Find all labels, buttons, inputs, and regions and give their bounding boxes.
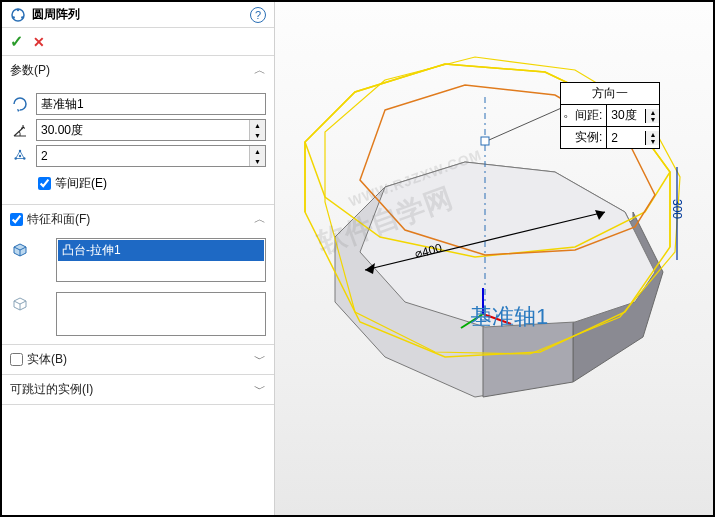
instances-field[interactable] bbox=[37, 146, 249, 166]
instances-input[interactable]: ▲▼ bbox=[36, 145, 266, 167]
skippable-title: 可跳过的实例(I) bbox=[10, 381, 254, 398]
cancel-button[interactable]: ✕ bbox=[33, 34, 45, 50]
svg-point-5 bbox=[19, 155, 21, 157]
svg-rect-20 bbox=[481, 137, 489, 145]
parameters-section: 参数(P) ︿ 基准轴1 A ▲▼ bbox=[2, 56, 274, 205]
feature-icon bbox=[10, 240, 30, 260]
feature-item[interactable]: 凸台-拉伸1 bbox=[58, 240, 264, 261]
features-list-row: 凸台-拉伸1 bbox=[10, 238, 266, 282]
svg-point-2 bbox=[21, 16, 23, 18]
angle-spinner[interactable]: ▲▼ bbox=[249, 120, 265, 140]
face-icon bbox=[10, 294, 30, 314]
features-checkbox[interactable] bbox=[10, 213, 23, 226]
features-title: 特征和面(F) bbox=[27, 211, 254, 228]
callout-instances-value[interactable]: 2 bbox=[607, 129, 645, 147]
equal-spacing-label: 等间距(E) bbox=[55, 175, 107, 192]
angle-field[interactable] bbox=[37, 120, 249, 140]
circular-pattern-icon bbox=[10, 7, 26, 23]
instances-icon bbox=[10, 146, 30, 166]
axis-selector[interactable]: 基准轴1 bbox=[36, 93, 266, 115]
parameters-title: 参数(P) bbox=[10, 62, 254, 79]
callout-spacing-spinner[interactable]: ▲▼ bbox=[645, 109, 659, 123]
bodies-section: 实体(B) ﹀ bbox=[2, 345, 274, 375]
ok-button[interactable]: ✓ bbox=[10, 32, 23, 51]
svg-point-1 bbox=[17, 8, 19, 10]
chevron-up-icon: ︿ bbox=[254, 62, 266, 79]
model-preview bbox=[275, 2, 713, 515]
svg-point-3 bbox=[13, 16, 15, 18]
angle-row: A ▲▼ bbox=[10, 119, 266, 141]
instances-spinner[interactable]: ▲▼ bbox=[249, 146, 265, 166]
callout-spacing-label: 间距: bbox=[571, 105, 607, 126]
panel-header: 圆周阵列 ? bbox=[2, 2, 274, 28]
side-dimension: 300 bbox=[670, 199, 684, 219]
angle-icon: A bbox=[10, 120, 30, 140]
axis-icon bbox=[10, 94, 30, 114]
action-row: ✓ ✕ bbox=[2, 28, 274, 56]
bodies-header[interactable]: 实体(B) ﹀ bbox=[2, 345, 274, 374]
chevron-down-icon: ﹀ bbox=[254, 351, 266, 368]
svg-text:A: A bbox=[21, 124, 25, 130]
axis-value: 基准轴1 bbox=[37, 94, 265, 114]
handle-dot-icon[interactable]: ◦ bbox=[561, 109, 571, 123]
parameters-header[interactable]: 参数(P) ︿ bbox=[2, 56, 274, 85]
callout-title: 方向一 bbox=[561, 83, 659, 105]
features-header[interactable]: 特征和面(F) ︿ bbox=[2, 205, 274, 234]
help-button[interactable]: ? bbox=[250, 7, 266, 23]
features-section: 特征和面(F) ︿ 凸台-拉伸1 bbox=[2, 205, 274, 345]
property-panel: 圆周阵列 ? ✓ ✕ 参数(P) ︿ 基准轴1 A bbox=[2, 2, 275, 515]
chevron-down-icon: ﹀ bbox=[254, 381, 266, 398]
equal-spacing-checkbox[interactable] bbox=[38, 177, 51, 190]
faces-list[interactable] bbox=[56, 292, 266, 336]
panel-title: 圆周阵列 bbox=[32, 6, 250, 23]
instances-row: ▲▼ bbox=[10, 145, 266, 167]
skippable-section: 可跳过的实例(I) ﹀ bbox=[2, 375, 274, 405]
equal-spacing-row: 等间距(E) bbox=[38, 171, 266, 196]
callout-spacing-row: ◦ 间距: 30度 ▲▼ bbox=[561, 105, 659, 127]
direction-callout[interactable]: 方向一 ◦ 间距: 30度 ▲▼ 实例: 2 ▲▼ bbox=[560, 82, 660, 149]
axis-label-overlay: 基准轴1 bbox=[470, 302, 548, 332]
faces-list-row bbox=[10, 292, 266, 336]
bodies-title: 实体(B) bbox=[27, 351, 254, 368]
callout-instances-label: 实例: bbox=[571, 127, 607, 148]
angle-input[interactable]: ▲▼ bbox=[36, 119, 266, 141]
viewport[interactable]: ⌀400 300 基准轴1 软件自学网 WWW.RJZXW.COM 方向一 ◦ … bbox=[275, 2, 713, 515]
bodies-checkbox[interactable] bbox=[10, 353, 23, 366]
skippable-header[interactable]: 可跳过的实例(I) ﹀ bbox=[2, 375, 274, 404]
features-list[interactable]: 凸台-拉伸1 bbox=[56, 238, 266, 282]
chevron-up-icon: ︿ bbox=[254, 211, 266, 228]
callout-instances-row: 实例: 2 ▲▼ bbox=[561, 127, 659, 148]
callout-instances-spinner[interactable]: ▲▼ bbox=[645, 131, 659, 145]
callout-spacing-value[interactable]: 30度 bbox=[607, 105, 645, 126]
axis-row: 基准轴1 bbox=[10, 93, 266, 115]
